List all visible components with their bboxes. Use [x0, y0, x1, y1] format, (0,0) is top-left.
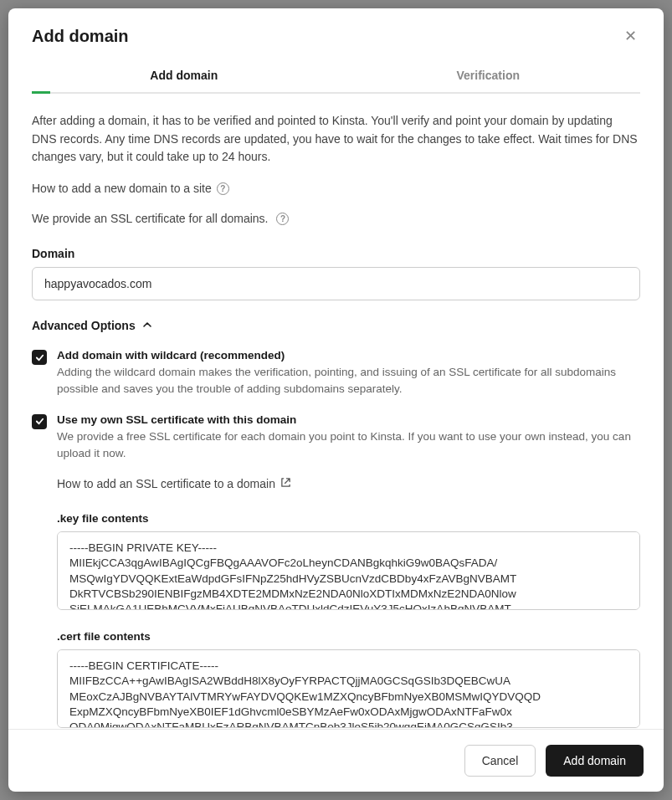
cert-file-section: .cert file contents [57, 630, 640, 729]
advanced-label: Advanced Options [32, 319, 136, 332]
ssl-info-label: We provide an SSL certificate for all do… [32, 212, 268, 225]
tab-verification[interactable]: Verification [336, 59, 641, 92]
own-ssl-checkbox[interactable] [32, 414, 47, 429]
wildcard-checkbox[interactable] [32, 350, 47, 365]
external-link-icon [280, 477, 291, 490]
wildcard-title: Add domain with wildcard (recommended) [57, 349, 640, 362]
check-icon [35, 353, 44, 362]
intro-text: After adding a domain, it has to be veri… [32, 112, 640, 167]
add-domain-button[interactable]: Add domain [546, 745, 644, 777]
modal-header: Add domain ✕ [8, 8, 664, 59]
check-icon [35, 417, 44, 426]
close-icon: ✕ [624, 28, 637, 44]
add-domain-modal: Add domain ✕ Add domain Verification Aft… [8, 8, 664, 792]
own-ssl-desc: We provide a free SSL certificate for ea… [57, 428, 640, 463]
help-icon: ? [217, 182, 229, 195]
how-to-add-ssl-link[interactable]: How to add an SSL certificate to a domai… [57, 477, 640, 490]
chevron-up-icon [142, 319, 152, 332]
domain-label: Domain [32, 247, 640, 260]
modal-title: Add domain [32, 27, 129, 46]
own-ssl-title: Use my own SSL certificate with this dom… [57, 413, 640, 426]
wildcard-desc: Adding the wildcard domain makes the ver… [57, 364, 640, 398]
link-text: How to add an SSL certificate to a domai… [57, 477, 275, 490]
help-icon[interactable]: ? [276, 213, 289, 225]
key-file-textarea[interactable] [57, 531, 640, 610]
wildcard-content: Add domain with wildcard (recommended) A… [57, 349, 640, 398]
domain-input[interactable] [32, 267, 640, 300]
tab-label: Verification [457, 69, 520, 82]
key-file-label: .key file contents [57, 512, 640, 525]
advanced-options-toggle[interactable]: Advanced Options [32, 319, 152, 332]
link-text: How to add a new domain to a site [32, 182, 212, 195]
own-ssl-content: Use my own SSL certificate with this dom… [57, 413, 640, 463]
cert-file-label: .cert file contents [57, 630, 640, 643]
modal-footer: Cancel Add domain [8, 729, 664, 792]
ssl-info-text: We provide an SSL certificate for all do… [32, 212, 640, 225]
close-button[interactable]: ✕ [621, 25, 640, 47]
tab-label: Add domain [150, 69, 218, 82]
advanced-options-block: Add domain with wildcard (recommended) A… [32, 349, 640, 729]
modal-body: After adding a domain, it has to be veri… [8, 94, 664, 729]
tabs: Add domain Verification [32, 59, 640, 94]
how-to-add-domain-link[interactable]: How to add a new domain to a site ? [32, 182, 640, 195]
tab-add-domain[interactable]: Add domain [32, 59, 336, 92]
key-file-section: .key file contents [57, 512, 640, 613]
cancel-button[interactable]: Cancel [464, 745, 536, 777]
wildcard-option: Add domain with wildcard (recommended) A… [32, 349, 640, 398]
cert-file-textarea[interactable] [57, 649, 640, 728]
own-ssl-option: Use my own SSL certificate with this dom… [32, 413, 640, 463]
progress-indicator [32, 91, 50, 94]
